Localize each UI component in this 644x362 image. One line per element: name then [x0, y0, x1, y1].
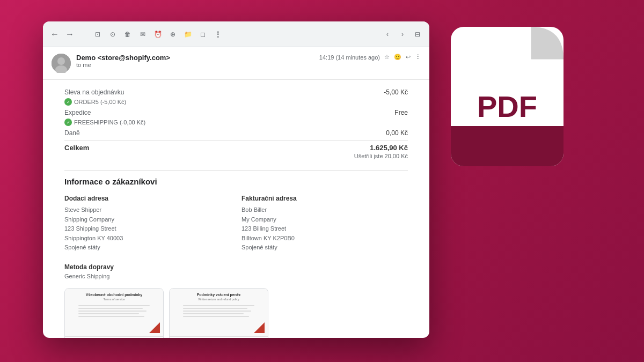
- discount-row: Sleva na objednávku -5,00 Kč: [64, 88, 408, 96]
- attachment-preview-1: Podmínky vrácení peněz Written return an…: [170, 289, 268, 337]
- next-icon[interactable]: ›: [397, 29, 408, 40]
- billing-street: 123 Billing Street: [241, 225, 286, 232]
- email-window: ← → ⊡ ⊙ 🗑 ✉ ⏰ ⊕ 📁 ◻ ⋮ ‹ › ⊟ De: [43, 21, 429, 338]
- shipping-address-title: Dodací adresa: [64, 195, 231, 202]
- shipping-label: Expedice: [64, 109, 91, 116]
- shipping-name: Steve Shipper: [64, 206, 101, 213]
- shipping-company: Shipping Company: [64, 216, 114, 223]
- billing-company: My Company: [241, 216, 276, 223]
- discount-coupon-row: ✓ ORDER5 (-5,00 Kč): [64, 98, 408, 106]
- svg-text:PDF: PDF: [477, 90, 537, 123]
- total-value: 1.625,90 Kč: [370, 144, 408, 152]
- pdf-icon-container: PDF: [424, 16, 606, 198]
- forward-button[interactable]: →: [64, 29, 75, 40]
- shipping-street: 123 Shipping Street: [64, 225, 116, 232]
- tax-row: Daně 0,00 Kč: [64, 129, 408, 137]
- attachment-card-1[interactable]: Podmínky vrácení peněz Written return an…: [169, 288, 268, 338]
- address-grid: Dodací adresa Steve Shipper Shipping Com…: [64, 195, 408, 253]
- attachment-card-0[interactable]: Všeobecné obchodní podmínky Terms of ser…: [64, 288, 164, 338]
- compose-icon[interactable]: ⊡: [92, 29, 103, 40]
- shipping-address: Dodací adresa Steve Shipper Shipping Com…: [64, 195, 231, 253]
- email-toolbar: ← → ⊡ ⊙ 🗑 ✉ ⏰ ⊕ 📁 ◻ ⋮ ‹ › ⊟: [43, 21, 429, 47]
- coupon-icon: ✓: [64, 98, 72, 106]
- email-header: Demo <store@shopify.com> to me 14:19 (14…: [43, 47, 429, 80]
- email-meta: 14:19 (14 minutes ago) ☆ 🙂 ↩ ⋮: [319, 54, 421, 61]
- shipping-method: Metoda dopravy Generic Shipping: [64, 263, 408, 279]
- trash-icon[interactable]: 🗑: [122, 29, 133, 40]
- customer-info: Informace o zákazníkovi Dodací adresa St…: [64, 177, 408, 279]
- add-icon[interactable]: ⊕: [167, 29, 178, 40]
- email-body: Sleva na objednávku -5,00 Kč ✓ ORDER5 (-…: [43, 80, 429, 338]
- svg-rect-5: [451, 126, 564, 147]
- emoji-icon[interactable]: 🙂: [394, 54, 401, 61]
- billing-name: Bob Biller: [241, 206, 267, 213]
- shipping-coupon-icon: ✓: [64, 119, 72, 126]
- order-summary: Sleva na objednávku -5,00 Kč ✓ ORDER5 (-…: [64, 88, 408, 159]
- discount-label: Sleva na objednávku: [64, 88, 124, 96]
- billing-country: Spojené státy: [241, 244, 277, 250]
- svg-point-1: [57, 57, 65, 65]
- back-button[interactable]: ←: [49, 29, 60, 40]
- billing-address-title: Fakturační adresa: [241, 195, 408, 202]
- shipping-method-value: Generic Shipping: [64, 273, 408, 279]
- total-row: Celkem 1.625,90 Kč: [64, 140, 408, 152]
- snooze-icon[interactable]: ⏰: [152, 29, 163, 40]
- divider: [64, 170, 408, 171]
- prev-icon[interactable]: ‹: [382, 29, 393, 40]
- pdf-document-icon: PDF: [445, 27, 585, 188]
- shipping-value: Free: [394, 109, 408, 116]
- shipping-country: Spojené státy: [64, 244, 100, 250]
- star-icon[interactable]: ☆: [384, 54, 390, 61]
- sender-info: Demo <store@shopify.com> to me: [52, 54, 170, 73]
- shipping-coupon-row: ✓ FREESHIPPING (-0,00 Kč): [64, 119, 408, 126]
- discount-coupon-label: ORDER5 (-5,00 Kč): [74, 99, 126, 105]
- shipping-row: Expedice Free: [64, 109, 408, 116]
- reply-icon[interactable]: ↩: [406, 54, 411, 61]
- shipping-coupon-label: FREESHIPPING (-0,00 Kč): [74, 119, 145, 125]
- tax-label: Daně: [64, 129, 80, 137]
- more-icon[interactable]: ⋮: [213, 29, 223, 40]
- billing-address: Fakturační adresa Bob Biller My Company …: [241, 195, 408, 253]
- avatar: [52, 54, 71, 73]
- attachments: Všeobecné obchodní podmínky Terms of ser…: [64, 288, 408, 338]
- attachment-preview-title-1: Podmínky vrácení peněz: [197, 293, 241, 297]
- billing-city: Billtown KY K2P0B0: [241, 235, 295, 241]
- folder-icon[interactable]: 📁: [182, 29, 193, 40]
- to-label: to me: [76, 62, 170, 68]
- savings-row: Ušetřili jste 20,00 Kč: [64, 153, 408, 159]
- attachment-preview-0: Všeobecné obchodní podmínky Terms of ser…: [65, 289, 163, 337]
- attachment-preview-title-0: Všeobecné obchodní podmínky: [86, 293, 142, 297]
- customer-info-title: Informace o zákazníkovi: [64, 177, 408, 186]
- attachment-footer-0: PDF Všeobecné ob... ▶: [65, 337, 163, 338]
- label-icon[interactable]: ◻: [197, 29, 208, 40]
- more-options-icon[interactable]: ⋮: [415, 54, 421, 61]
- shipping-city: Shippington KY 40003: [64, 235, 123, 241]
- timestamp: 14:19 (14 minutes ago): [319, 54, 380, 61]
- clock-icon[interactable]: ⊙: [107, 29, 118, 40]
- mail-icon[interactable]: ✉: [137, 29, 148, 40]
- sender-name: Demo <store@shopify.com>: [76, 54, 170, 62]
- attachment-preview-subtitle-0: Terms of service: [103, 298, 125, 301]
- window-icon[interactable]: ⊟: [412, 29, 423, 40]
- attachment-preview-subtitle-1: Written return and refund policy: [198, 298, 239, 301]
- discount-value: -5,00 Kč: [384, 88, 408, 96]
- total-label: Celkem: [64, 144, 89, 152]
- attachment-footer-1: PDF Podmínky vráč... ▶: [170, 337, 268, 338]
- shipping-method-title: Metoda dopravy: [64, 263, 408, 271]
- savings-label: Ušetřili jste 20,00 Kč: [354, 153, 408, 159]
- tax-value: 0,00 Kč: [386, 129, 408, 137]
